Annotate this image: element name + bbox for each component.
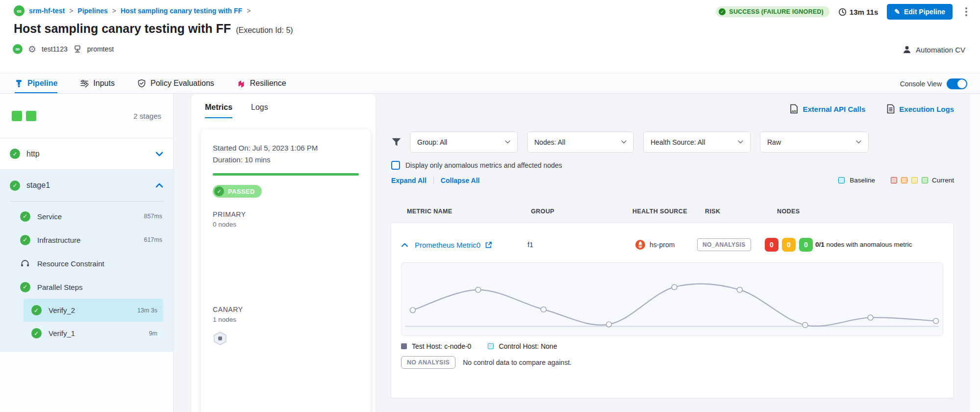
test-host-legend: Test Host: c-node-0 — [401, 342, 471, 350]
console-view-control: Console View — [900, 73, 967, 94]
breadcrumb-pipelines[interactable]: Pipelines — [77, 7, 107, 15]
sidebar-step-verify-2[interactable]: ✓ Verify_2 13m 3s — [24, 299, 163, 322]
data-mode-dropdown[interactable]: Raw — [760, 131, 869, 153]
test-host-label: Test Host: c-node-0 — [412, 342, 471, 350]
console-view-toggle[interactable] — [947, 78, 967, 89]
policy-shield-icon — [137, 79, 146, 88]
step-details-panel: Metrics Logs Started On: Jul 5, 2023 1:0… — [191, 94, 376, 412]
col-health-source: HEALTH SOURCE — [632, 208, 687, 215]
chart-legend: Baseline Current — [838, 177, 954, 184]
anomalous-filter-row: Display only anomalous metrics and affec… — [391, 161, 562, 170]
passed-label: PASSED — [228, 188, 255, 195]
environment-name[interactable]: promtest — [87, 45, 114, 53]
tab-resilience-label: Resilience — [250, 79, 286, 88]
environment-icon — [73, 45, 82, 53]
collapse-metric-icon[interactable] — [401, 243, 408, 247]
control-host-legend: Control Host: None — [488, 342, 557, 350]
edit-pipeline-button[interactable]: ✎ Edit Pipeline — [887, 4, 953, 20]
chevron-down-icon — [621, 140, 627, 144]
test-host-swatch — [401, 343, 407, 349]
group-filter-dropdown[interactable]: Group: All — [410, 131, 518, 153]
sidebar-step-parallel-steps[interactable]: ✓ Parallel Steps — [0, 275, 173, 299]
metric-group: f1 — [528, 241, 533, 249]
chevron-down-icon — [738, 140, 743, 144]
meta-row: ∞ ⚙ test1123 promtest — [13, 44, 114, 54]
metric-health-source: hs-prom — [635, 240, 675, 250]
breadcrumb-pipeline-name[interactable]: Host sampling canary testing with FF — [121, 7, 242, 15]
stage-label: stage1 — [26, 181, 50, 190]
success-check-icon: ✓ — [719, 8, 726, 15]
tab-metrics[interactable]: Metrics — [205, 103, 232, 118]
clock-icon — [838, 8, 847, 16]
host-legend: Test Host: c-node-0 Control Host: None — [401, 342, 943, 350]
filter-row: Group: All Nodes: All Health Source: All… — [391, 131, 878, 153]
chevron-down-icon — [856, 140, 861, 144]
scrollbar-track[interactable] — [969, 94, 980, 412]
tab-logs[interactable]: Logs — [251, 103, 268, 118]
chevron-down-icon — [505, 140, 510, 144]
title-row: Host sampling canary testing with FF (Ex… — [14, 22, 293, 36]
filter-icon[interactable] — [391, 137, 402, 147]
tab-resilience[interactable]: Resilience — [237, 73, 286, 93]
expand-all-link[interactable]: Expand All — [391, 177, 427, 184]
analysis-row: NO ANALYSIS No control data to compare a… — [401, 356, 943, 369]
sidebar-stage-stage1[interactable]: ✓ stage1 — [0, 170, 173, 201]
anomalous-checkbox[interactable] — [391, 161, 400, 170]
console-view-label: Console View — [900, 80, 942, 88]
primary-label: PRIMARY — [213, 210, 359, 218]
sidebar-stage-http[interactable]: ✓ http — [0, 138, 173, 170]
breadcrumb-project[interactable]: srm-hf-test — [29, 7, 65, 15]
collapse-all-link[interactable]: Collapse All — [441, 177, 480, 184]
col-metric-name: METRIC NAME — [407, 208, 452, 215]
nodes-filter-dropdown[interactable]: Nodes: All — [527, 131, 634, 153]
red-node-count: 0 — [765, 238, 779, 252]
chevron-down-icon[interactable] — [155, 152, 163, 156]
external-api-calls-link[interactable]: API External API Calls — [790, 104, 865, 114]
pencil-icon: ✎ — [894, 8, 900, 16]
col-nodes: NODES — [777, 208, 800, 215]
metric-row-card: Prometheus Metric0 f1 hs-prom NO_ANALYSI… — [391, 223, 954, 398]
stage-label: http — [26, 150, 40, 158]
stage-square-icon — [26, 111, 36, 121]
sidebar-step-infrastructure[interactable]: ✓ Infrastructure 617ms — [0, 228, 173, 252]
metric-chart[interactable] — [401, 262, 943, 336]
node-hexagon-icon — [213, 331, 227, 346]
risk-badge: NO_ANALYSIS — [697, 238, 751, 251]
sidebar-step-resource-constraint[interactable]: Resource Constraint — [0, 252, 173, 275]
sidebar-step-verify-1[interactable]: ✓ Verify_1 9m — [24, 322, 163, 345]
triggered-by: Automation CV — [903, 45, 965, 54]
sidebar-step-service[interactable]: ✓ Service 857ms — [0, 205, 173, 228]
started-on: Started On: Jul 5, 2023 1:06 PM — [213, 142, 359, 154]
success-check-icon: ✓ — [214, 186, 224, 196]
pipeline-icon — [15, 79, 23, 88]
status-badge: ✓ SUCCESS (FAILURE IGNORED) — [716, 6, 829, 17]
canary-node-hexagon[interactable] — [213, 331, 359, 348]
chevron-up-icon[interactable] — [155, 183, 163, 188]
health-source-name: hs-prom — [650, 241, 675, 249]
service-name[interactable]: test1123 — [42, 45, 68, 53]
col-group: GROUP — [531, 208, 554, 215]
nodes-summary: 0/1 nodes with anomalous metric — [815, 240, 940, 250]
stage-square-icon — [12, 111, 22, 121]
execution-id: (Execution Id: 5) — [236, 26, 293, 35]
success-check-icon: ✓ — [10, 180, 20, 191]
tab-policy-evaluations[interactable]: Policy Evaluations — [137, 73, 214, 93]
metric-risk: NO_ANALYSIS — [697, 238, 751, 251]
tab-inputs[interactable]: Inputs — [80, 73, 115, 93]
page-header: ∞ srm-hf-test > Pipelines > Host samplin… — [0, 0, 980, 73]
tab-pipeline[interactable]: Pipeline — [15, 73, 57, 93]
more-options-icon[interactable] — [961, 4, 971, 19]
baseline-legend-label: Baseline — [850, 177, 875, 184]
execution-duration-value: 13m 11s — [850, 8, 878, 16]
logs-doc-icon — [887, 104, 895, 114]
success-check-icon: ✓ — [20, 235, 30, 245]
external-link-icon[interactable] — [485, 241, 492, 249]
edit-pipeline-label: Edit Pipeline — [904, 8, 945, 16]
current-red-swatch — [891, 177, 897, 183]
execution-logs-link[interactable]: Execution Logs — [887, 104, 954, 114]
metric-chart-svg — [402, 263, 943, 335]
metric-name-link[interactable]: Prometheus Metric0 — [415, 241, 480, 249]
anomalous-checkbox-label: Display only anomalous metrics and affec… — [405, 161, 562, 169]
health-source-filter-dropdown[interactable]: Health Source: All — [643, 131, 751, 153]
page-title: Host sampling canary testing with FF — [14, 22, 231, 36]
